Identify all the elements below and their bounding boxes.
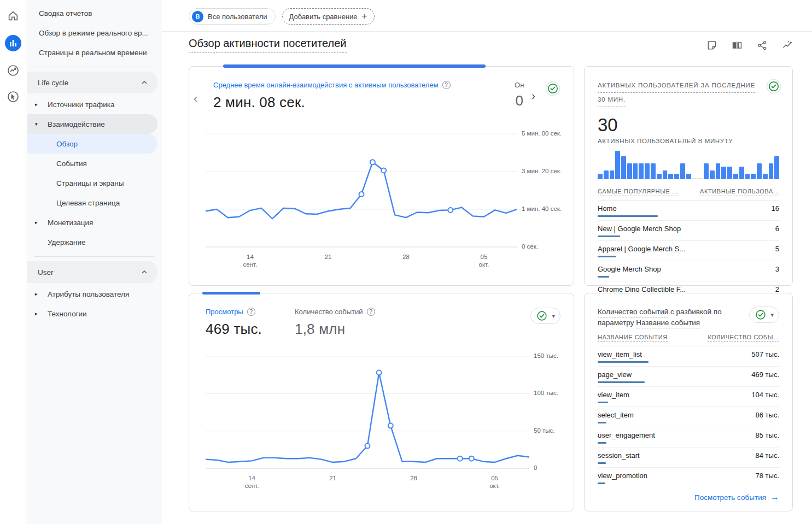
ab-compare-icon[interactable] [732,40,743,51]
share-icon[interactable] [757,40,768,51]
row-value: 507 тыс. [751,350,779,358]
expand-arrow-icon[interactable]: ▸ [35,220,38,225]
explore-icon[interactable] [6,63,20,78]
x-tick-label: 28 [410,474,417,482]
minute-bar [639,163,644,179]
line-chart-plot[interactable] [206,132,517,248]
metric-tab-views[interactable]: Просмотры ? 469 тыс. [206,308,262,338]
realtime-card-title[interactable]: АКТИВНЫХ ПОЛЬЗОВАТЕЛЕЙ ЗА ПОСЛЕДНИЕ 30 М… [598,80,756,108]
sidebar-item[interactable]: Сводка отчетов [27,3,157,23]
x-tick-label: 28 [402,253,410,261]
collapse-arrow-icon[interactable]: ▾ [35,121,38,127]
metric-tab-engagement-time[interactable]: Среднее время онлайн-взаимодействия с ак… [213,81,451,111]
sidebar-divider [34,256,154,257]
minute-bar [668,174,673,179]
column-header-pages[interactable]: САМЫЕ ПОПУЛЯРНЫЕ ... [598,188,678,196]
sidebar-section-user[interactable]: User [27,261,157,283]
row-name: Google Merch Shop [598,265,661,273]
events-breakdown-card: Количество событий с разбивкой по параме… [584,293,793,511]
row-progress-bar [598,381,645,383]
expand-arrow-icon[interactable]: ▸ [35,311,38,316]
table-row[interactable]: select_item86 тыс. [598,407,779,427]
reports-icon[interactable] [5,35,21,51]
sidebar-item[interactable]: Удержание [27,232,157,252]
table-row[interactable]: Home16 [598,201,779,221]
carousel-indicator[interactable] [223,64,486,68]
event-count-label: Количество событий [295,308,363,316]
help-icon[interactable]: ? [247,308,255,316]
minute-bar [615,151,620,179]
sidebar-item-label: Обзор [56,140,78,148]
help-icon[interactable]: ? [442,81,451,89]
row-name: Chrome Dino Collectible F... [598,285,686,293]
table-row[interactable]: view_item104 тыс. [598,387,779,407]
row-name: session_start [598,451,640,460]
metric-link[interactable]: Количество событий [598,308,668,317]
metric-tab-event-count[interactable]: Количество событий ? 1,8 млн [295,308,375,338]
event-count-value: 1,8 млн [295,321,375,338]
row-name: page_view [598,370,632,379]
add-comparison-chip[interactable]: Добавить сравнение + [282,8,375,25]
column-header-active-users[interactable]: АКТИВНЫЕ ПОЛЬЗОВА... [700,188,779,196]
audience-badge: B [192,11,203,22]
table-row[interactable]: Apparel | Google Merch S...5 [598,241,779,261]
sidebar-section-life-cycle[interactable]: Life cycle [27,72,157,93]
data-quality-dropdown[interactable]: ▾ [530,308,560,324]
events-table-header: НАЗВАНИЕ СОБЫТИЯ КОЛИЧЕСТВО СОБЫ... [598,334,779,346]
line-chart-plot[interactable] [206,354,529,469]
insights-icon[interactable] [782,40,793,51]
expand-arrow-icon[interactable]: ▸ [35,291,38,297]
realtime-bar-chart[interactable] [598,151,779,179]
next-metric-preview[interactable]: Он 0 [515,81,524,109]
home-icon[interactable] [6,9,20,23]
views-chart[interactable]: 14сент.212805окт. 150 тыс.100 тыс.50 тыс… [206,354,560,471]
table-row[interactable]: view_item_list507 тыс. [598,346,779,367]
sidebar-item[interactable]: ▸Технологии [27,304,157,323]
sidebar-item-label: Страницы и экраны [56,179,124,187]
sidebar-item-label: Удержание [48,238,85,246]
table-row[interactable]: session_start84 тыс. [598,448,779,468]
dimension-link[interactable]: Название события [636,319,700,328]
data-quality-dropdown[interactable]: ▾ [749,307,779,323]
minute-bar [721,167,726,179]
sidebar-item[interactable]: Страницы и экраны [27,173,157,193]
x-tick-label: 14сент. [245,474,259,490]
table-row[interactable]: page_view469 тыс. [598,367,779,387]
engagement-time-chart[interactable]: 14сент.212805окт. 5 мин. 00 сек.3 мин. 2… [206,132,560,250]
data-quality-check-icon[interactable] [545,81,560,96]
sidebar-item[interactable]: События [27,154,157,173]
table-row[interactable]: New | Google Merch Shop6 [598,221,779,241]
expand-arrow-icon[interactable]: ▸ [35,102,38,107]
view-events-link[interactable]: Посмотреть события→ [694,492,779,502]
help-icon[interactable]: ? [367,308,375,316]
sidebar-item[interactable]: Страницы в реальном времени [27,43,157,62]
sidebar-item[interactable]: Обзор в режиме реального вр... [27,23,157,43]
minute-bar [627,163,632,179]
column-header-event-count[interactable]: КОЛИЧЕСТВО СОБЫ... [708,334,779,342]
table-row[interactable]: Google Merch Shop3 [598,261,779,281]
minute-bar [645,163,650,179]
events-card-title: Количество событий с разбивкой по параме… [598,307,746,328]
chevron-right-icon[interactable]: › [531,90,535,102]
advertising-icon[interactable] [6,90,20,104]
sidebar-item[interactable]: Обзор [27,134,157,154]
column-header-event-name[interactable]: НАЗВАНИЕ СОБЫТИЯ [598,334,668,342]
sidebar-item-label: События [56,160,87,168]
table-row[interactable]: user_engagement85 тыс. [598,427,779,448]
sidebar-item[interactable]: ▸Атрибуты пользователя [27,284,157,304]
minute-bar [680,163,685,179]
minute-bar [633,163,638,179]
sidebar-item[interactable]: Целевая страница [27,193,157,213]
note-icon[interactable] [706,40,717,51]
views-events-card: Просмотры ? 469 тыс. Количество событий … [189,293,574,511]
data-quality-check-icon[interactable] [766,79,781,94]
sidebar-item[interactable]: ▸Источники трафика [27,95,157,114]
x-axis-labels: 14сент.212805окт. [206,471,529,490]
sidebar-item[interactable]: ▸Монетизация [27,213,157,232]
chevron-left-icon[interactable]: ‹ [194,92,197,106]
table-row[interactable]: view_promotion78 тыс. [598,468,779,487]
metric-label: Среднее время онлайн-взаимодействия с ак… [213,81,439,89]
all-users-chip[interactable]: B Все пользователи [189,8,276,25]
sidebar-item[interactable]: ▾Взаимодействие [27,114,157,134]
minute-bar [716,163,721,179]
